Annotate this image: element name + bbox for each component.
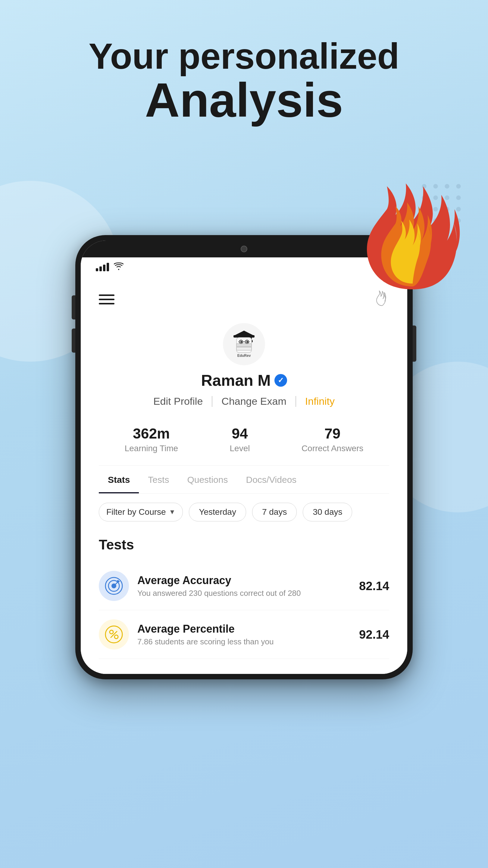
accuracy-content: Average Accuracy You answered 230 questi… <box>137 574 351 598</box>
accuracy-value: 82.14 <box>359 579 389 593</box>
svg-point-2 <box>445 184 449 188</box>
camera-dot <box>241 246 247 252</box>
svg-rect-21 <box>236 344 252 347</box>
average-accuracy-card: Average Accuracy You answered 230 questi… <box>99 562 389 610</box>
percentile-content: Average Percentile 7.86 students are sco… <box>137 623 351 647</box>
phone-inner: EduRev Raman M ✓ Edit Profile Change Exa… <box>81 241 407 674</box>
filter-by-course-dropdown[interactable]: Filter by Course ▼ <box>99 503 183 521</box>
svg-point-9 <box>433 207 438 211</box>
wifi-icon <box>114 262 124 272</box>
avatar: EduRev <box>223 323 265 365</box>
header-line1: Your personalized <box>0 36 488 76</box>
percentile-icon-container <box>99 619 129 650</box>
phone-device: EduRev Raman M ✓ Edit Profile Change Exa… <box>75 235 413 679</box>
tab-tests[interactable]: Tests <box>139 466 178 493</box>
stat-level: 94 Level <box>230 425 250 453</box>
signal-icon <box>96 263 109 271</box>
svg-point-1 <box>433 184 438 188</box>
phone-outer: EduRev Raman M ✓ Edit Profile Change Exa… <box>75 235 413 679</box>
tabs-row: Stats Tests Questions Docs/Videos <box>99 466 389 494</box>
svg-point-5 <box>433 195 438 200</box>
stats-row: 362m Learning Time 94 Level 79 Correct A… <box>99 416 389 466</box>
svg-line-37 <box>111 631 117 638</box>
filter-7days-button[interactable]: 7 days <box>252 503 297 521</box>
header-line2: Analysis <box>0 76 488 124</box>
svg-point-36 <box>115 635 118 639</box>
svg-point-3 <box>456 184 461 188</box>
tab-questions[interactable]: Questions <box>178 466 237 493</box>
hamburger-menu[interactable] <box>99 294 115 304</box>
percentile-value: 92.14 <box>359 628 389 641</box>
stat-correct-answers: 79 Correct Answers <box>301 425 363 453</box>
filter-yesterday-button[interactable]: Yesterday <box>189 503 246 521</box>
profile-name: Raman M ✓ <box>201 371 287 390</box>
svg-point-35 <box>110 630 113 634</box>
svg-text:EduRev: EduRev <box>237 353 251 358</box>
app-content: EduRev Raman M ✓ Edit Profile Change Exa… <box>81 276 407 674</box>
tab-docs-videos[interactable]: Docs/Videos <box>237 466 305 493</box>
change-exam-link[interactable]: Change Exam <box>213 396 295 407</box>
svg-point-0 <box>422 184 426 188</box>
tab-stats[interactable]: Stats <box>99 466 139 493</box>
page-header: Your personalized Analysis <box>0 0 488 142</box>
filter-30days-button[interactable]: 30 days <box>303 503 352 521</box>
edit-profile-link[interactable]: Edit Profile <box>144 396 212 407</box>
svg-point-6 <box>445 195 449 200</box>
profile-section: EduRev Raman M ✓ Edit Profile Change Exa… <box>99 317 389 416</box>
infinity-link[interactable]: Infinity <box>296 396 344 407</box>
notch-cutout <box>217 242 271 256</box>
svg-rect-22 <box>236 347 252 350</box>
chevron-down-icon: ▼ <box>169 508 175 516</box>
flame-decoration <box>355 175 470 289</box>
app-header <box>99 284 389 317</box>
stat-learning-time: 362m Learning Time <box>125 425 178 453</box>
svg-point-7 <box>456 195 461 200</box>
status-left <box>96 262 124 272</box>
accuracy-icon-container <box>99 571 129 601</box>
profile-links: Edit Profile Change Exam Infinity <box>144 396 344 407</box>
tests-section: Tests <box>99 530 389 665</box>
filter-row: Filter by Course ▼ Yesterday 7 days 30 d… <box>99 494 389 530</box>
svg-point-11 <box>456 207 461 211</box>
verified-badge: ✓ <box>274 374 287 387</box>
tests-section-title: Tests <box>99 536 389 553</box>
average-percentile-card: Average Percentile 7.86 students are sco… <box>99 610 389 659</box>
